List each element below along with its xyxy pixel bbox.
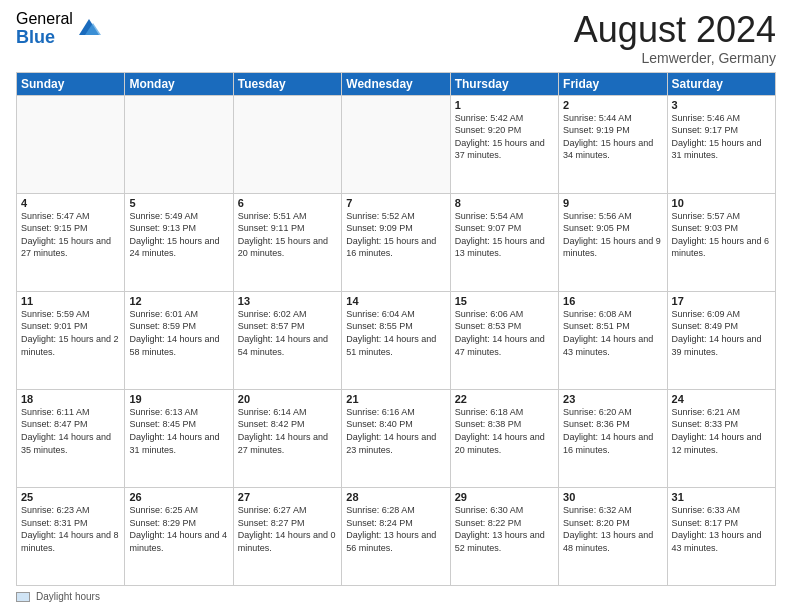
day-info: Sunrise: 5:44 AM Sunset: 9:19 PM Dayligh… xyxy=(563,112,662,162)
day-number: 8 xyxy=(455,197,554,209)
day-number: 18 xyxy=(21,393,120,405)
day-number: 23 xyxy=(563,393,662,405)
calendar-table: Sunday Monday Tuesday Wednesday Thursday… xyxy=(16,72,776,586)
header-wednesday: Wednesday xyxy=(342,72,450,95)
calendar-cell: 19Sunrise: 6:13 AM Sunset: 8:45 PM Dayli… xyxy=(125,389,233,487)
day-info: Sunrise: 5:46 AM Sunset: 9:17 PM Dayligh… xyxy=(672,112,771,162)
day-number: 22 xyxy=(455,393,554,405)
day-number: 24 xyxy=(672,393,771,405)
day-info: Sunrise: 5:54 AM Sunset: 9:07 PM Dayligh… xyxy=(455,210,554,260)
calendar-cell: 15Sunrise: 6:06 AM Sunset: 8:53 PM Dayli… xyxy=(450,291,558,389)
day-info: Sunrise: 5:47 AM Sunset: 9:15 PM Dayligh… xyxy=(21,210,120,260)
calendar-cell: 25Sunrise: 6:23 AM Sunset: 8:31 PM Dayli… xyxy=(17,487,125,585)
calendar-cell: 6Sunrise: 5:51 AM Sunset: 9:11 PM Daylig… xyxy=(233,193,341,291)
calendar-cell: 21Sunrise: 6:16 AM Sunset: 8:40 PM Dayli… xyxy=(342,389,450,487)
header-saturday: Saturday xyxy=(667,72,775,95)
calendar-week-4: 25Sunrise: 6:23 AM Sunset: 8:31 PM Dayli… xyxy=(17,487,776,585)
calendar-cell: 22Sunrise: 6:18 AM Sunset: 8:38 PM Dayli… xyxy=(450,389,558,487)
day-number: 2 xyxy=(563,99,662,111)
day-info: Sunrise: 6:30 AM Sunset: 8:22 PM Dayligh… xyxy=(455,504,554,554)
day-info: Sunrise: 6:18 AM Sunset: 8:38 PM Dayligh… xyxy=(455,406,554,456)
calendar-cell: 20Sunrise: 6:14 AM Sunset: 8:42 PM Dayli… xyxy=(233,389,341,487)
calendar-cell: 24Sunrise: 6:21 AM Sunset: 8:33 PM Dayli… xyxy=(667,389,775,487)
calendar-cell: 12Sunrise: 6:01 AM Sunset: 8:59 PM Dayli… xyxy=(125,291,233,389)
calendar-cell: 26Sunrise: 6:25 AM Sunset: 8:29 PM Dayli… xyxy=(125,487,233,585)
day-info: Sunrise: 6:06 AM Sunset: 8:53 PM Dayligh… xyxy=(455,308,554,358)
calendar-cell: 1Sunrise: 5:42 AM Sunset: 9:20 PM Daylig… xyxy=(450,95,558,193)
daylight-legend-box xyxy=(16,592,30,602)
logo-blue: Blue xyxy=(16,28,73,48)
day-info: Sunrise: 5:59 AM Sunset: 9:01 PM Dayligh… xyxy=(21,308,120,358)
logo-text: General Blue xyxy=(16,10,73,47)
day-info: Sunrise: 5:56 AM Sunset: 9:05 PM Dayligh… xyxy=(563,210,662,260)
calendar-week-3: 18Sunrise: 6:11 AM Sunset: 8:47 PM Dayli… xyxy=(17,389,776,487)
header: General Blue August 2024 Lemwerder, Germ… xyxy=(16,10,776,66)
day-info: Sunrise: 5:49 AM Sunset: 9:13 PM Dayligh… xyxy=(129,210,228,260)
header-tuesday: Tuesday xyxy=(233,72,341,95)
day-number: 13 xyxy=(238,295,337,307)
day-number: 1 xyxy=(455,99,554,111)
calendar-cell: 2Sunrise: 5:44 AM Sunset: 9:19 PM Daylig… xyxy=(559,95,667,193)
day-info: Sunrise: 6:27 AM Sunset: 8:27 PM Dayligh… xyxy=(238,504,337,554)
day-info: Sunrise: 6:32 AM Sunset: 8:20 PM Dayligh… xyxy=(563,504,662,554)
day-number: 30 xyxy=(563,491,662,503)
calendar-cell xyxy=(17,95,125,193)
day-info: Sunrise: 6:08 AM Sunset: 8:51 PM Dayligh… xyxy=(563,308,662,358)
day-number: 20 xyxy=(238,393,337,405)
day-info: Sunrise: 6:25 AM Sunset: 8:29 PM Dayligh… xyxy=(129,504,228,554)
calendar-cell: 17Sunrise: 6:09 AM Sunset: 8:49 PM Dayli… xyxy=(667,291,775,389)
day-info: Sunrise: 6:04 AM Sunset: 8:55 PM Dayligh… xyxy=(346,308,445,358)
day-info: Sunrise: 5:51 AM Sunset: 9:11 PM Dayligh… xyxy=(238,210,337,260)
daylight-label: Daylight hours xyxy=(36,591,100,602)
calendar-cell: 16Sunrise: 6:08 AM Sunset: 8:51 PM Dayli… xyxy=(559,291,667,389)
calendar-week-1: 4Sunrise: 5:47 AM Sunset: 9:15 PM Daylig… xyxy=(17,193,776,291)
calendar-cell xyxy=(233,95,341,193)
calendar-week-0: 1Sunrise: 5:42 AM Sunset: 9:20 PM Daylig… xyxy=(17,95,776,193)
day-number: 3 xyxy=(672,99,771,111)
calendar-cell: 7Sunrise: 5:52 AM Sunset: 9:09 PM Daylig… xyxy=(342,193,450,291)
calendar-cell: 3Sunrise: 5:46 AM Sunset: 9:17 PM Daylig… xyxy=(667,95,775,193)
day-number: 27 xyxy=(238,491,337,503)
calendar-cell: 14Sunrise: 6:04 AM Sunset: 8:55 PM Dayli… xyxy=(342,291,450,389)
day-number: 5 xyxy=(129,197,228,209)
day-info: Sunrise: 6:13 AM Sunset: 8:45 PM Dayligh… xyxy=(129,406,228,456)
calendar-cell: 28Sunrise: 6:28 AM Sunset: 8:24 PM Dayli… xyxy=(342,487,450,585)
title-block: August 2024 Lemwerder, Germany xyxy=(574,10,776,66)
calendar-cell xyxy=(342,95,450,193)
weekday-header-row: Sunday Monday Tuesday Wednesday Thursday… xyxy=(17,72,776,95)
logo-icon xyxy=(75,13,103,41)
location-subtitle: Lemwerder, Germany xyxy=(574,50,776,66)
month-year-title: August 2024 xyxy=(574,10,776,50)
calendar-cell: 9Sunrise: 5:56 AM Sunset: 9:05 PM Daylig… xyxy=(559,193,667,291)
calendar-cell: 4Sunrise: 5:47 AM Sunset: 9:15 PM Daylig… xyxy=(17,193,125,291)
calendar-cell: 11Sunrise: 5:59 AM Sunset: 9:01 PM Dayli… xyxy=(17,291,125,389)
day-info: Sunrise: 6:23 AM Sunset: 8:31 PM Dayligh… xyxy=(21,504,120,554)
header-thursday: Thursday xyxy=(450,72,558,95)
day-info: Sunrise: 6:11 AM Sunset: 8:47 PM Dayligh… xyxy=(21,406,120,456)
calendar-cell: 23Sunrise: 6:20 AM Sunset: 8:36 PM Dayli… xyxy=(559,389,667,487)
day-info: Sunrise: 6:01 AM Sunset: 8:59 PM Dayligh… xyxy=(129,308,228,358)
day-info: Sunrise: 5:52 AM Sunset: 9:09 PM Dayligh… xyxy=(346,210,445,260)
calendar-cell: 27Sunrise: 6:27 AM Sunset: 8:27 PM Dayli… xyxy=(233,487,341,585)
day-number: 29 xyxy=(455,491,554,503)
header-friday: Friday xyxy=(559,72,667,95)
day-info: Sunrise: 6:21 AM Sunset: 8:33 PM Dayligh… xyxy=(672,406,771,456)
day-info: Sunrise: 6:16 AM Sunset: 8:40 PM Dayligh… xyxy=(346,406,445,456)
day-number: 11 xyxy=(21,295,120,307)
day-number: 14 xyxy=(346,295,445,307)
calendar-cell: 31Sunrise: 6:33 AM Sunset: 8:17 PM Dayli… xyxy=(667,487,775,585)
day-number: 12 xyxy=(129,295,228,307)
day-number: 16 xyxy=(563,295,662,307)
calendar-week-2: 11Sunrise: 5:59 AM Sunset: 9:01 PM Dayli… xyxy=(17,291,776,389)
day-number: 9 xyxy=(563,197,662,209)
day-info: Sunrise: 6:14 AM Sunset: 8:42 PM Dayligh… xyxy=(238,406,337,456)
day-number: 6 xyxy=(238,197,337,209)
calendar-cell: 13Sunrise: 6:02 AM Sunset: 8:57 PM Dayli… xyxy=(233,291,341,389)
footer: Daylight hours xyxy=(16,591,776,602)
day-info: Sunrise: 6:28 AM Sunset: 8:24 PM Dayligh… xyxy=(346,504,445,554)
day-number: 15 xyxy=(455,295,554,307)
calendar-cell: 30Sunrise: 6:32 AM Sunset: 8:20 PM Dayli… xyxy=(559,487,667,585)
day-info: Sunrise: 6:02 AM Sunset: 8:57 PM Dayligh… xyxy=(238,308,337,358)
day-number: 7 xyxy=(346,197,445,209)
day-number: 21 xyxy=(346,393,445,405)
